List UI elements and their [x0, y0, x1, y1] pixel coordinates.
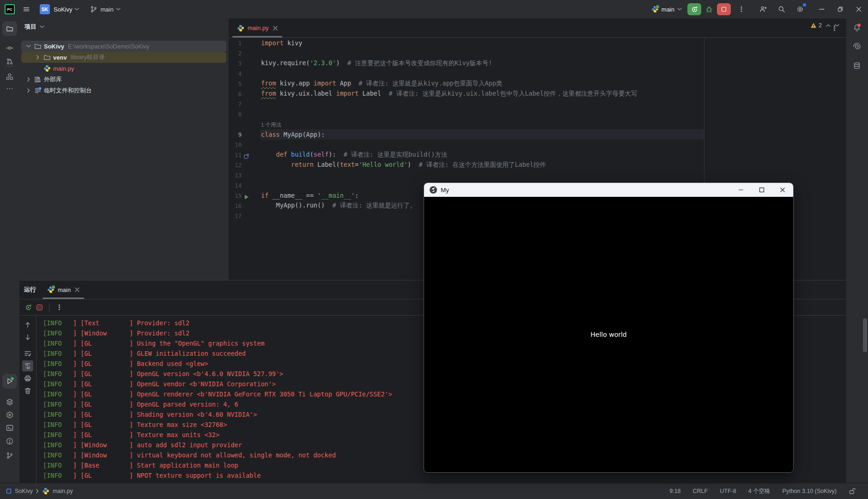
window-maximize-button[interactable] — [831, 0, 850, 18]
tree-item-外部库[interactable]: 外部库 — [21, 74, 226, 85]
search-everywhere-icon[interactable] — [776, 3, 788, 15]
gutter[interactable]: 7 — [229, 101, 260, 108]
file-encoding[interactable]: UTF-8 — [720, 488, 736, 494]
window-close-button[interactable] — [850, 0, 868, 18]
gutter[interactable]: 12 — [229, 162, 260, 169]
tab-close-icon[interactable] — [273, 26, 278, 30]
line-separator[interactable]: CRLF — [693, 488, 708, 494]
run-panel-title: 运行 — [24, 286, 36, 294]
gutter[interactable]: 16 — [229, 202, 260, 209]
gutter[interactable]: 5 — [229, 80, 260, 87]
tree-item-label: main.py — [53, 65, 74, 72]
caret-position[interactable]: 9:18 — [669, 488, 680, 494]
tool-strip-commit[interactable] — [2, 41, 17, 55]
indent-setting[interactable]: 4 个空格 — [748, 487, 771, 495]
code-with-me-icon[interactable] — [757, 3, 769, 15]
rerun-icon[interactable] — [25, 304, 32, 311]
readonly-lock-icon[interactable] — [849, 487, 856, 495]
stop-icon[interactable] — [36, 304, 42, 310]
gutter[interactable]: 17 — [229, 213, 260, 219]
gutter[interactable]: 6 — [229, 91, 260, 97]
console-soft-wrap-button[interactable] — [22, 348, 33, 359]
gutter[interactable]: 8 — [229, 111, 260, 118]
chevron-right-icon — [36, 489, 39, 493]
chevron-expanded-icon[interactable] — [26, 45, 31, 48]
tool-strip-more[interactable] — [2, 81, 17, 96]
console-trash-button[interactable] — [22, 385, 33, 396]
tool-strip-notifications[interactable] — [851, 22, 862, 33]
gutter[interactable]: 14 — [229, 182, 260, 189]
gutter[interactable]: 13 — [229, 172, 260, 179]
chevron-collapsed-icon[interactable] — [26, 77, 31, 82]
tool-strip-project[interactable] — [2, 21, 17, 36]
main-menu-icon[interactable] — [23, 6, 30, 13]
branch-selector[interactable]: main — [100, 6, 113, 13]
tool-strip-pull-requests[interactable] — [2, 54, 17, 69]
chevron-collapsed-icon[interactable] — [35, 55, 41, 60]
console-scroll-end-button[interactable] — [22, 360, 33, 371]
more-icon — [6, 85, 13, 92]
tool-strip-database[interactable] — [851, 60, 862, 71]
window-minimize-button[interactable] — [813, 0, 831, 18]
python-interpreter[interactable]: Python 3.10 (SoKivy) — [783, 488, 837, 494]
tool-strip-version-control[interactable] — [2, 448, 17, 463]
run-tab-main[interactable]: main — [42, 280, 84, 299]
console-printer-button[interactable] — [22, 373, 33, 384]
rerun-button[interactable] — [687, 3, 701, 15]
more-options-icon[interactable]: ⋮ — [56, 303, 63, 311]
code-line-3: 3kivy.require('2.3.0') # 注意要把这个版本号改变成你现有… — [229, 58, 846, 68]
console-down-button[interactable] — [22, 332, 33, 343]
override-icon[interactable] — [243, 153, 249, 159]
tree-item-SoKivy[interactable]: SoKivyE:\workspace\SoDemo\SoKivy — [21, 41, 226, 52]
settings-gear-icon[interactable] — [794, 3, 806, 15]
next-problem-icon[interactable] — [835, 24, 839, 27]
tree-item-venv[interactable]: venvlibrary根目录 — [21, 52, 226, 63]
tool-strip-ai-assistant[interactable] — [851, 41, 862, 52]
breadcrumb-project[interactable]: SoKivy — [15, 488, 33, 494]
debug-icon[interactable] — [705, 6, 713, 13]
usages-inlay-hint[interactable]: 1 个用法 — [261, 122, 281, 128]
tree-item-main.py[interactable]: main.py — [21, 63, 226, 74]
editor-tab-bar: main.py ⋮ — [229, 18, 846, 38]
gutter[interactable]: 1 — [229, 40, 260, 47]
breadcrumb-file[interactable]: main.py — [53, 488, 73, 494]
run-icon — [6, 377, 13, 385]
python-icon — [47, 286, 55, 293]
kivy-minimize-button[interactable] — [734, 183, 748, 197]
project-selector[interactable]: SoKivy — [54, 6, 72, 13]
kivy-title-bar[interactable]: My — [424, 183, 793, 197]
console-up-button[interactable] — [22, 319, 33, 330]
close-icon — [856, 6, 862, 12]
run-gutter-icon[interactable] — [243, 194, 249, 200]
tool-strip-run[interactable] — [2, 374, 17, 389]
scratch-icon — [34, 87, 42, 94]
kivy-app-window[interactable]: My Hello world — [424, 183, 794, 473]
kivy-close-button[interactable] — [776, 183, 789, 197]
tool-strip-terminal[interactable] — [2, 420, 17, 435]
git-branch-icon[interactable] — [90, 6, 97, 13]
stop-button[interactable] — [717, 3, 731, 15]
scrollbar-thumb[interactable] — [863, 318, 867, 352]
tool-strip-problems[interactable] — [2, 434, 17, 449]
tab-close-icon[interactable] — [75, 287, 79, 292]
project-panel-header[interactable]: 项目 — [19, 18, 229, 31]
kivy-maximize-button[interactable] — [755, 183, 769, 197]
run-config-selector[interactable]: main — [651, 6, 682, 13]
gutter[interactable]: 3 — [229, 60, 260, 67]
gutter[interactable]: 11 — [229, 152, 260, 158]
folder-icon — [34, 43, 42, 50]
gutter[interactable]: 15 — [229, 192, 260, 199]
chevron-collapsed-icon[interactable] — [26, 88, 31, 93]
gutter[interactable]: 4 — [229, 70, 260, 77]
tree-item-临时文件和控制台[interactable]: 临时文件和控制台 — [21, 85, 226, 96]
project-icon — [6, 25, 13, 32]
kivy-label: Hello world — [590, 331, 626, 338]
more-actions-icon[interactable]: ⋮ — [737, 5, 746, 13]
gutter[interactable]: 9 — [229, 131, 260, 138]
structure-icon — [6, 73, 13, 80]
inspections-widget[interactable]: 2 — [810, 22, 839, 29]
gutter[interactable]: 2 — [229, 50, 260, 57]
gutter[interactable]: 10 — [229, 141, 260, 148]
editor-tab-main-py[interactable]: main.py — [232, 18, 282, 37]
prev-problem-icon[interactable] — [826, 24, 831, 27]
